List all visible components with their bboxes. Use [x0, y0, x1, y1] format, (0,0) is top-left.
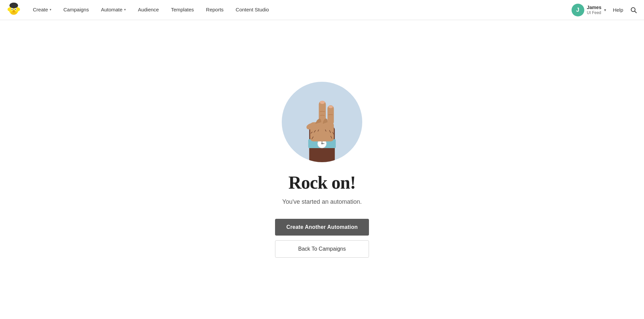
nav-automate-chevron: ▾	[124, 8, 126, 11]
nav-reports[interactable]: Reports	[200, 0, 230, 20]
nav-audience-label: Audience	[138, 7, 159, 12]
nav-campaigns-label: Campaigns	[63, 7, 89, 12]
nav-content-studio[interactable]: Content Studio	[230, 0, 275, 20]
svg-rect-26	[327, 105, 334, 125]
svg-point-29	[328, 106, 333, 108]
svg-point-23	[321, 143, 323, 144]
nav-right: J James UI Feed ▾ Help	[572, 4, 637, 16]
success-illustration	[282, 82, 362, 162]
user-info: James UI Feed	[587, 5, 602, 15]
nav-templates[interactable]: Templates	[165, 0, 200, 20]
back-to-campaigns-button[interactable]: Back To Campaigns	[275, 240, 369, 258]
svg-point-10	[14, 10, 15, 11]
nav-templates-label: Templates	[171, 7, 194, 12]
svg-point-9	[13, 10, 13, 11]
svg-point-28	[320, 101, 325, 104]
create-another-automation-button[interactable]: Create Another Automation	[275, 219, 369, 236]
nav-items: Create ▾ Campaigns Automate ▾ Audience T…	[27, 0, 572, 20]
help-link[interactable]: Help	[613, 7, 623, 13]
nav-campaigns[interactable]: Campaigns	[57, 0, 95, 20]
nav-create-label: Create	[33, 7, 48, 12]
user-name: James	[587, 5, 602, 10]
svg-point-6	[12, 9, 12, 9]
nav-audience[interactable]: Audience	[132, 0, 165, 20]
main-content: Rock on! You've started an automation. C…	[0, 20, 644, 319]
user-dropdown-icon[interactable]: ▾	[604, 8, 606, 12]
nav-automate-label: Automate	[101, 7, 122, 12]
nav-reports-label: Reports	[206, 7, 224, 12]
nav-create-chevron: ▾	[50, 8, 51, 11]
svg-rect-14	[9, 5, 18, 6]
svg-line-16	[635, 11, 636, 13]
subheadline: You've started an automation.	[282, 198, 362, 205]
user-org: UI Feed	[587, 10, 602, 15]
svg-point-11	[8, 7, 10, 11]
avatar-initial: J	[576, 7, 579, 13]
search-icon[interactable]	[630, 6, 637, 14]
svg-point-12	[17, 7, 20, 11]
user-group[interactable]: J James UI Feed ▾	[572, 4, 606, 16]
avatar[interactable]: J	[572, 4, 584, 16]
nav-create[interactable]: Create ▾	[27, 0, 57, 20]
svg-point-7	[15, 9, 16, 9]
logo[interactable]	[7, 2, 27, 18]
nav-content-studio-label: Content Studio	[236, 7, 269, 12]
headline: Rock on!	[288, 172, 356, 193]
nav-automate[interactable]: Automate ▾	[95, 0, 132, 20]
navbar: Create ▾ Campaigns Automate ▾ Audience T…	[0, 0, 644, 20]
